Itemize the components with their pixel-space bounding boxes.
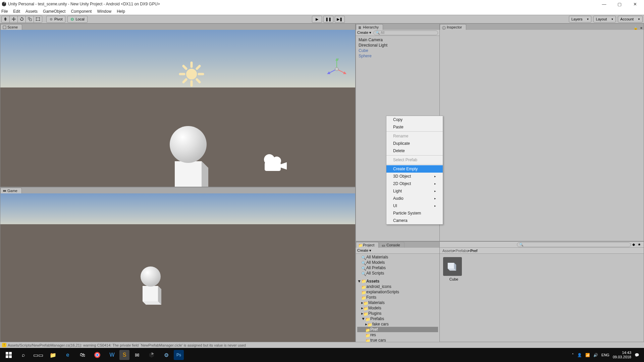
fav-item[interactable]: 🔍All Materials bbox=[357, 254, 438, 260]
ctx-delete[interactable]: Delete bbox=[386, 147, 443, 155]
folder-item[interactable]: ▸📁Models bbox=[357, 305, 438, 311]
folder-item[interactable]: 📁Fonts bbox=[357, 295, 438, 300]
hierarchy-create[interactable]: Create ▾ bbox=[357, 31, 371, 35]
mail-icon[interactable]: ✉ bbox=[129, 348, 144, 362]
chrome-icon[interactable] bbox=[90, 348, 105, 362]
menu-component[interactable]: Component bbox=[71, 9, 92, 14]
console-tab[interactable]: ▭Console bbox=[379, 242, 404, 248]
project-create[interactable]: Create ▾ bbox=[357, 248, 371, 253]
scene-tab[interactable]: Scene bbox=[0, 24, 22, 30]
menu-window[interactable]: Window bbox=[97, 9, 111, 14]
explorer-icon[interactable]: 📁 bbox=[46, 348, 60, 362]
ctx-create-empty[interactable]: Create Empty bbox=[386, 165, 443, 173]
pivot-toggle[interactable]: Pivot bbox=[46, 16, 65, 23]
fav-item[interactable]: 🔍All Prefabs bbox=[357, 265, 438, 270]
close-button[interactable]: ✕ bbox=[627, 0, 643, 8]
lock-icon[interactable]: 🔒 bbox=[632, 26, 639, 30]
scene-sky bbox=[0, 30, 355, 90]
fav-item[interactable]: 🔍All Scripts bbox=[357, 270, 438, 276]
ctx-copy[interactable]: Copy bbox=[386, 116, 443, 123]
ctx-duplicate[interactable]: Duplicate bbox=[386, 140, 443, 147]
scene-view[interactable]: Scene Shaded▾ | 2D ☀ 🔊 ▭▾ Gizmos ▾ 🔍 All bbox=[0, 23, 356, 187]
tray-lang[interactable]: ENG bbox=[601, 353, 609, 357]
camera-gizmo[interactable] bbox=[262, 153, 289, 173]
hand-tool[interactable] bbox=[2, 16, 10, 22]
ctx-audio[interactable]: Audio▸ bbox=[386, 195, 443, 202]
ctx-paste[interactable]: Paste bbox=[386, 123, 443, 131]
rotate-tool[interactable] bbox=[18, 16, 26, 22]
folder-item[interactable]: ▸📁fake cars bbox=[357, 321, 438, 327]
tray-volume-icon[interactable]: 🔊 bbox=[593, 353, 598, 357]
ctx-camera[interactable]: Camera bbox=[386, 217, 443, 224]
local-toggle[interactable]: Local bbox=[67, 16, 87, 23]
assets-root[interactable]: ▼📁 Assets bbox=[357, 279, 438, 284]
menu-gameobject[interactable]: GameObject bbox=[43, 9, 65, 14]
play-button[interactable]: ▶ bbox=[312, 16, 322, 23]
word-icon[interactable]: W bbox=[105, 348, 119, 362]
ctx-3d-object[interactable]: 3D Object▸ bbox=[386, 173, 443, 180]
menu-edit[interactable]: Edit bbox=[13, 9, 20, 14]
folder-item[interactable]: 📁android_icons bbox=[357, 284, 438, 289]
notifications-icon[interactable]: 💬 bbox=[635, 353, 639, 357]
bc-item[interactable]: Prefabs bbox=[455, 249, 468, 253]
minimize-button[interactable]: — bbox=[596, 0, 612, 8]
hierarchy-item[interactable]: Cube bbox=[359, 48, 437, 53]
menu-help[interactable]: Help bbox=[117, 9, 125, 14]
hierarchy-search[interactable]: 🔍 All bbox=[373, 31, 438, 35]
hierarchy-item[interactable]: Directional Light bbox=[359, 43, 437, 48]
inspector-tab[interactable]: ⓘInspector bbox=[440, 24, 466, 30]
project-search[interactable]: 🔍 bbox=[517, 242, 631, 247]
start-button[interactable] bbox=[1, 348, 16, 362]
sphere-object[interactable] bbox=[170, 126, 207, 163]
folder-item[interactable]: ▸📁Plugins bbox=[357, 311, 438, 316]
menu-assets[interactable]: Assets bbox=[25, 9, 38, 14]
hierarchy-tab[interactable]: ≣Hierarchy bbox=[356, 24, 383, 30]
hierarchy-item[interactable]: Sphere bbox=[359, 53, 437, 59]
photoshop-icon[interactable]: Ps bbox=[174, 350, 184, 360]
folder-item[interactable]: 📁explanationScripts bbox=[357, 289, 438, 295]
folder-item[interactable]: ▼📁Prefabs bbox=[357, 316, 438, 321]
game-tab[interactable]: Game bbox=[0, 188, 22, 193]
edge-icon[interactable]: e bbox=[60, 348, 75, 362]
unity-icon[interactable] bbox=[144, 348, 159, 362]
folder-item[interactable]: 📁res bbox=[357, 332, 438, 338]
tray-people-icon[interactable]: 👤 bbox=[577, 353, 582, 357]
maximize-button[interactable]: ▢ bbox=[612, 0, 627, 8]
layout-dropdown[interactable]: Layout▼ bbox=[593, 16, 616, 22]
tray-network-icon[interactable]: 📶 bbox=[585, 353, 590, 357]
ctx-light[interactable]: Light▸ bbox=[386, 187, 443, 195]
layers-dropdown[interactable]: Layers▼ bbox=[569, 16, 591, 22]
asset-item[interactable]: Cube bbox=[443, 257, 465, 281]
scale-tool[interactable] bbox=[26, 16, 34, 22]
ctx-2d-object[interactable]: 2D Object▸ bbox=[386, 180, 443, 187]
pause-button[interactable]: ❚❚ bbox=[323, 16, 333, 23]
ctx-particle[interactable]: Particle System bbox=[386, 209, 443, 217]
ctx-ui[interactable]: UI▸ bbox=[386, 202, 443, 209]
move-tool[interactable] bbox=[10, 16, 18, 22]
game-view[interactable]: Game Free Aspect▾ Maximize on Play Mute … bbox=[0, 187, 356, 348]
axis-gizmo[interactable]: y bbox=[325, 57, 348, 81]
taskview-icon[interactable]: ▭▭ bbox=[31, 348, 46, 362]
app-icon[interactable]: ⚙ bbox=[159, 348, 174, 362]
folder-item[interactable]: ▸📁Materials bbox=[357, 300, 438, 305]
menu-file[interactable]: File bbox=[1, 9, 8, 14]
filter-icon[interactable]: ★ bbox=[636, 242, 642, 247]
status-bar[interactable]: ! Assets/Scripts/NewPrefabManager.cs(16,… bbox=[0, 342, 644, 348]
sublime-icon[interactable]: S bbox=[119, 350, 129, 360]
search-icon[interactable]: ⌕ bbox=[16, 348, 31, 362]
hierarchy-item[interactable]: Main Camera bbox=[359, 37, 437, 43]
rect-tool[interactable] bbox=[34, 16, 42, 22]
project-tab[interactable]: 📁Project bbox=[356, 242, 379, 248]
panel-menu-icon[interactable]: ≡ bbox=[639, 26, 644, 30]
fav-item[interactable]: 🔍All Models bbox=[357, 260, 438, 265]
bc-item[interactable]: Assets bbox=[442, 249, 453, 253]
bc-item[interactable]: Pref bbox=[470, 249, 477, 253]
folder-item-selected[interactable]: 📁Pref bbox=[357, 327, 438, 332]
account-dropdown[interactable]: Account▼ bbox=[618, 16, 643, 22]
store-icon[interactable]: 🛍 bbox=[75, 348, 90, 362]
tray-up-icon[interactable]: ˄ bbox=[572, 353, 574, 357]
directional-light-gizmo[interactable] bbox=[178, 61, 205, 87]
filter-icon[interactable]: ◆ bbox=[631, 242, 636, 247]
step-button[interactable]: ▶❚ bbox=[335, 16, 345, 23]
tray-clock[interactable]: 14:43 09.03.2018 bbox=[613, 351, 631, 359]
